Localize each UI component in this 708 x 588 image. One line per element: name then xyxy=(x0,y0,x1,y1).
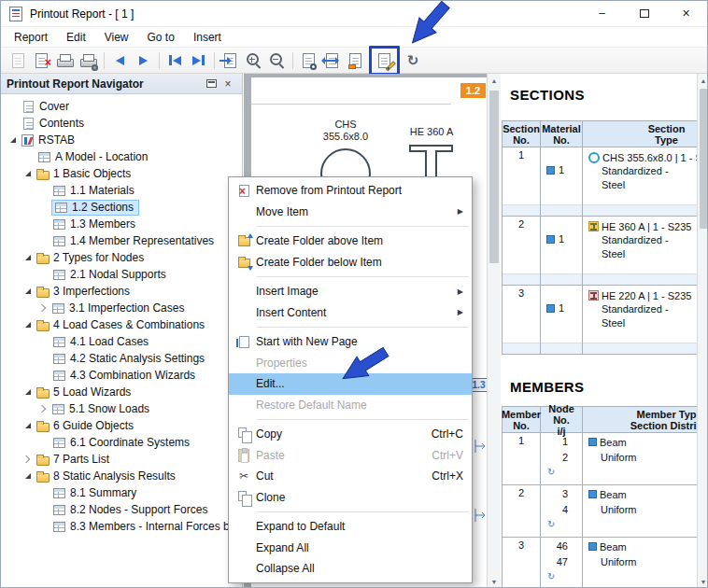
chevron-expanded-icon[interactable] xyxy=(21,171,35,176)
page-setup-button[interactable] xyxy=(344,49,366,72)
tree-item-rstab[interactable]: RSTAB xyxy=(1,132,242,148)
tree-item-nodal-supports[interactable]: 2.1 Nodal Supports xyxy=(1,266,242,283)
context-menu-item-copy[interactable]: Copy Ctrl+C xyxy=(229,424,472,445)
scrollbar-thumb[interactable] xyxy=(489,91,499,263)
tree-item-parts-list[interactable]: 7 Parts List xyxy=(1,451,242,468)
chevron-expanded-icon[interactable] xyxy=(21,423,35,428)
tree-item-load-cases-combinations[interactable]: 4 Load Cases & Combinations xyxy=(1,316,242,333)
title-bar: Printout Report - [ 1 ] – × xyxy=(1,1,707,27)
table-icon xyxy=(51,334,67,349)
minimize-button[interactable]: – xyxy=(581,1,623,26)
member-no-cell: 2 xyxy=(503,485,541,537)
zoom-in-button[interactable] xyxy=(242,49,264,72)
zoom-out-button[interactable] xyxy=(265,49,288,72)
print-report-button[interactable] xyxy=(7,49,29,72)
menu-insert[interactable]: Insert xyxy=(184,28,231,47)
chevron-expanded-icon[interactable] xyxy=(21,288,35,294)
menu-separator xyxy=(257,511,469,512)
zoom-to-page-button[interactable] xyxy=(297,49,319,72)
edit-selected-item-button[interactable] xyxy=(373,49,395,72)
material-text: Standardized - xyxy=(585,302,697,316)
preview-vertical-scrollbar[interactable]: ▲ ▼ xyxy=(487,74,501,588)
context-menu-item-restore-default-name: Restore Default Name xyxy=(229,395,472,416)
next-view-button[interactable] xyxy=(132,49,154,72)
tree-item-snow-loads[interactable]: 5.1 Snow Loads xyxy=(1,400,242,417)
print-options-button[interactable] xyxy=(77,49,99,72)
tree-item-combination-wizards[interactable]: 4.3 Combination Wizards xyxy=(1,367,242,384)
context-menu-item-start-with-new-page[interactable]: Start with New Page xyxy=(229,331,472,353)
node-i-cell: 1 xyxy=(543,434,580,450)
tree-item-imperfections[interactable]: 3 Imperfections xyxy=(1,283,242,300)
chevron-expanded-icon[interactable] xyxy=(21,473,35,479)
context-menu-item-cut[interactable]: ✂ Cut Ctrl+X xyxy=(229,466,472,487)
refresh-button[interactable]: ↻ xyxy=(402,49,424,72)
printout-report-navigator: Printout Report Navigator × Cover Conten… xyxy=(1,74,243,588)
remove-page-button[interactable]: × xyxy=(30,49,52,72)
close-button[interactable]: × xyxy=(665,1,707,26)
tree-item-model-location[interactable]: A Model - Location xyxy=(1,148,242,165)
last-page-button[interactable] xyxy=(187,49,209,72)
context-menu-item-expand-all[interactable]: Expand All xyxy=(229,538,472,559)
chevron-collapsed-icon[interactable] xyxy=(21,456,35,462)
float-panel-button[interactable] xyxy=(203,76,219,92)
context-menu-item-edit[interactable]: Edit... xyxy=(229,373,472,395)
tree-item-summary[interactable]: 8.1 Summary xyxy=(1,484,242,501)
tree-item-members[interactable]: 1.3 Members xyxy=(1,216,242,232)
context-menu-item-expand-to-default[interactable]: Expand to Default xyxy=(229,516,472,538)
tree-item-sections-selected[interactable]: 1.2 Sections xyxy=(1,199,242,216)
tree-item-nodes-support-forces[interactable]: 8.2 Nodes - Support Forces xyxy=(1,501,242,518)
chevron-expanded-icon[interactable] xyxy=(21,255,35,260)
toolbar-separator xyxy=(104,52,105,69)
go-to-page-button[interactable] xyxy=(219,49,241,72)
tree-item-load-wizards[interactable]: 5 Load Wizards xyxy=(1,384,242,400)
chevron-collapsed-icon[interactable] xyxy=(36,305,50,311)
previous-view-button[interactable] xyxy=(108,49,131,72)
scrollbar-thumb[interactable] xyxy=(700,89,707,229)
print-button[interactable] xyxy=(53,49,76,72)
tree-item-static-analysis-settings[interactable]: 4.2 Static Analysis Settings xyxy=(1,350,242,367)
chevron-expanded-icon[interactable] xyxy=(21,389,35,395)
edit-button-highlight-box xyxy=(369,46,400,76)
tree-item-coordinate-systems[interactable]: 6.1 Coordinate Systems xyxy=(1,434,242,451)
tree-item-basic-objects[interactable]: 1 Basic Objects xyxy=(1,165,242,182)
section-name-cell: HE 360 A | 1 - S235 xyxy=(602,221,691,232)
menu-report[interactable]: Report xyxy=(5,28,57,47)
menu-view[interactable]: View xyxy=(95,28,138,47)
context-menu-item-insert-content[interactable]: Insert Content ▶ xyxy=(229,302,472,324)
tree-item-types-for-nodes[interactable]: 2 Types for Nodes xyxy=(1,249,242,266)
scroll-down-arrow-icon[interactable]: ▼ xyxy=(698,575,708,588)
context-menu-item-clone[interactable]: Clone xyxy=(229,487,472,509)
tree-item-guide-objects[interactable]: 6 Guide Objects xyxy=(1,417,242,434)
first-page-button[interactable] xyxy=(163,49,186,72)
arrow-right-icon xyxy=(139,56,148,65)
report-vertical-scrollbar[interactable]: ▲ ▼ xyxy=(697,74,708,588)
maximize-button[interactable] xyxy=(623,1,665,26)
chevron-collapsed-icon[interactable] xyxy=(36,406,50,412)
context-menu-item-create-folder-above[interactable]: Create Folder above Item xyxy=(229,231,472,252)
menu-go-to[interactable]: Go to xyxy=(138,28,184,47)
scroll-up-arrow-icon[interactable]: ▲ xyxy=(488,74,501,87)
tree-item-cover[interactable]: Cover xyxy=(1,98,242,115)
tree-item-static-analysis-results[interactable]: 8 Static Analysis Results xyxy=(1,468,242,484)
fit-to-width-button[interactable] xyxy=(320,49,343,72)
table-icon xyxy=(51,519,67,534)
context-menu-item-move-item[interactable]: Move Item ▶ xyxy=(229,202,472,223)
tree-item-imperfection-cases[interactable]: 3.1 Imperfection Cases xyxy=(1,300,242,316)
chevron-expanded-icon[interactable] xyxy=(6,137,20,143)
context-menu-item-create-folder-below[interactable]: Create Folder below Item xyxy=(229,252,472,273)
context-menu-item-collapse-all[interactable]: Collapse All xyxy=(229,558,472,580)
material-no-cell: 1 xyxy=(559,302,564,314)
scroll-down-arrow-icon[interactable]: ▼ xyxy=(488,575,501,588)
tree-item-contents[interactable]: Contents xyxy=(1,115,242,132)
scroll-up-arrow-icon[interactable]: ▲ xyxy=(698,74,708,87)
context-menu-item-remove-from-printout-report[interactable]: × Remove from Printout Report xyxy=(229,180,472,202)
chevron-expanded-icon[interactable] xyxy=(21,322,35,328)
close-panel-button[interactable]: × xyxy=(219,76,236,92)
tree-item-load-cases[interactable]: 4.1 Load Cases xyxy=(1,333,242,350)
context-menu-item-insert-image[interactable]: Insert Image ▶ xyxy=(229,281,472,302)
toolbar-separator xyxy=(292,52,293,69)
tree-item-members-internal-forces[interactable]: 8.3 Members - Internal Forces by xyxy=(1,518,242,535)
menu-edit[interactable]: Edit xyxy=(57,28,95,47)
tree-item-member-representatives[interactable]: 1.4 Member Representatives xyxy=(1,232,242,249)
tree-item-materials[interactable]: 1.1 Materials xyxy=(1,182,242,199)
